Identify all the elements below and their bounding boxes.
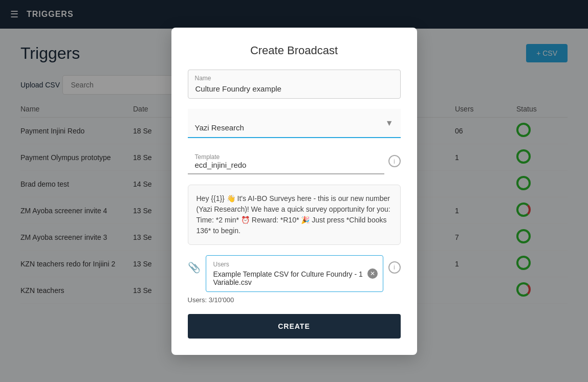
users-file: Example Template CSV for Culture Foundry…: [213, 270, 376, 286]
users-label: Users: [213, 261, 376, 268]
channel-select-wrapper: Yazi Research ▼: [188, 109, 401, 138]
users-info-icon[interactable]: i: [388, 261, 401, 274]
message-preview: Hey {{1}} 👋 It's AI-BO Surveys here - th…: [188, 185, 401, 245]
template-field-group: Template ecd_injini_redo i: [188, 148, 401, 174]
modal-overlay: Create Broadcast Name Channel Yazi Resea…: [0, 0, 588, 382]
name-input[interactable]: [188, 70, 401, 99]
name-field-group: Name: [188, 70, 401, 99]
create-button[interactable]: CREATE: [188, 314, 401, 339]
template-select[interactable]: ecd_injini_redo: [188, 148, 384, 174]
attach-icon[interactable]: 📎: [188, 261, 201, 274]
users-section: 📎 Users Example Template CSV for Culture…: [188, 255, 401, 292]
template-label: Template: [195, 153, 220, 161]
channel-select[interactable]: Yazi Research: [188, 109, 401, 138]
template-info-icon[interactable]: i: [388, 155, 401, 167]
template-select-wrapper: Template ecd_injini_redo: [188, 148, 384, 174]
users-count: Users: 3/10'000: [188, 296, 401, 304]
clear-file-icon[interactable]: ✕: [367, 268, 378, 279]
users-box: Users Example Template CSV for Culture F…: [206, 255, 383, 292]
channel-field-group: Channel Yazi Research ▼: [188, 109, 401, 138]
template-row: Template ecd_injini_redo i: [188, 148, 401, 174]
name-label: Name: [195, 75, 211, 82]
modal-title: Create Broadcast: [188, 44, 401, 57]
create-broadcast-modal: Create Broadcast Name Channel Yazi Resea…: [171, 28, 417, 355]
